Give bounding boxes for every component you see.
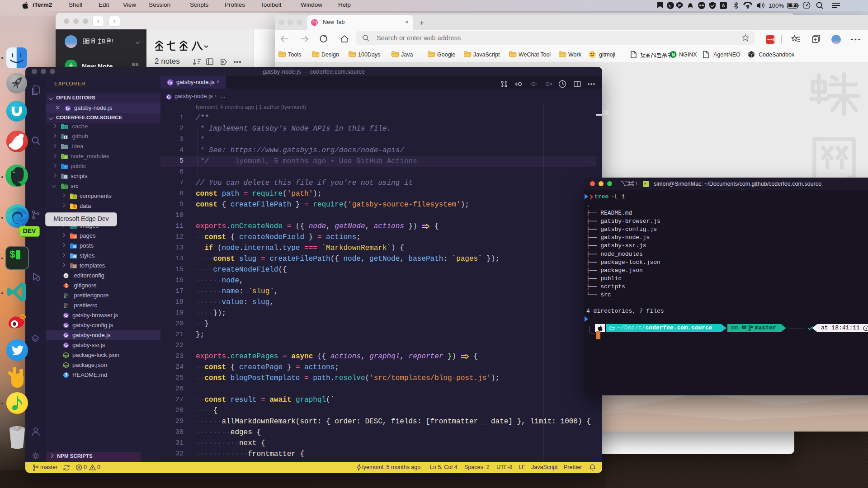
svg-text:P: P — [678, 3, 681, 8]
svg-text:1: 1 — [635, 181, 638, 186]
svg-text:npm: npm — [63, 364, 69, 367]
svg-text:100%: 100% — [769, 2, 784, 9]
svg-text:npm: npm — [63, 354, 69, 357]
svg-text:A: A — [722, 3, 725, 8]
svg-text:N: N — [671, 52, 675, 57]
